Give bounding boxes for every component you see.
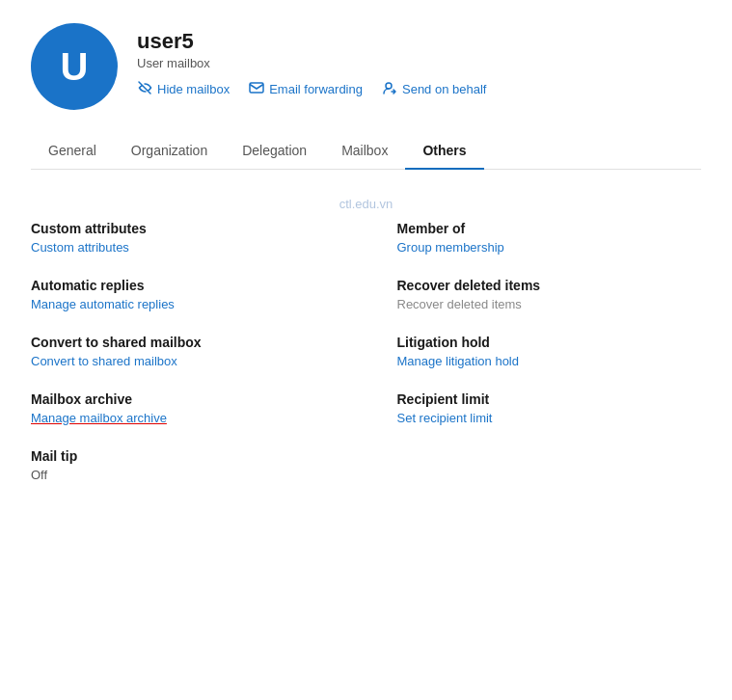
tab-delegation[interactable]: Delegation	[225, 133, 324, 170]
custom-attributes-title: Custom attributes	[31, 221, 366, 236]
convert-shared-title: Convert to shared mailbox	[31, 335, 366, 350]
custom-attributes-link[interactable]: Custom attributes	[31, 240, 366, 255]
recover-deleted-title: Recover deleted items	[397, 278, 702, 293]
content-grid: Custom attributes Custom attributes Memb…	[31, 221, 701, 505]
automatic-replies-cell: Automatic replies Manage automatic repli…	[31, 278, 366, 335]
custom-attributes-cell: Custom attributes Custom attributes	[31, 221, 366, 278]
email-forwarding-action[interactable]: Email forwarding	[249, 80, 363, 98]
svg-point-1	[386, 83, 392, 89]
automatic-replies-title: Automatic replies	[31, 278, 366, 293]
manage-mailbox-archive-link[interactable]: Manage mailbox archive	[31, 411, 366, 425]
hide-mailbox-icon	[137, 80, 152, 98]
mailbox-archive-cell: Mailbox archive Manage mailbox archive	[31, 391, 366, 448]
watermark: ctl.edu.vn	[31, 197, 701, 211]
member-of-title: Member of	[397, 221, 702, 236]
profile-actions: Hide mailbox Email forwarding	[137, 80, 486, 98]
manage-litigation-link[interactable]: Manage litigation hold	[397, 354, 702, 368]
mailbox-archive-title: Mailbox archive	[31, 391, 366, 407]
recover-deleted-cell: Recover deleted items Recover deleted it…	[366, 278, 702, 335]
hide-mailbox-label: Hide mailbox	[157, 82, 230, 96]
recipient-limit-cell: Recipient limit Set recipient limit	[366, 391, 702, 448]
litigation-hold-title: Litigation hold	[397, 335, 702, 350]
tab-others[interactable]: Others	[405, 133, 483, 170]
profile-subtitle: User mailbox	[137, 56, 486, 70]
recipient-limit-title: Recipient limit	[397, 391, 702, 407]
profile-info: user5 User mailbox Hide mailbox Ema	[137, 23, 486, 98]
set-recipient-limit-link[interactable]: Set recipient limit	[397, 411, 702, 425]
email-forwarding-icon	[249, 80, 264, 98]
mail-tip-cell: Mail tip Off	[31, 448, 366, 505]
tab-organization[interactable]: Organization	[114, 133, 225, 170]
profile-name: user5	[137, 29, 486, 54]
litigation-hold-cell: Litigation hold Manage litigation hold	[366, 335, 702, 391]
send-on-behalf-action[interactable]: Send on behalf	[382, 80, 486, 98]
avatar: U	[31, 23, 118, 110]
convert-shared-cell: Convert to shared mailbox Convert to sha…	[31, 335, 366, 391]
send-on-behalf-icon	[382, 80, 397, 98]
tab-mailbox[interactable]: Mailbox	[324, 133, 405, 170]
member-of-cell: Member of Group membership	[366, 221, 702, 278]
group-membership-link[interactable]: Group membership	[397, 240, 702, 255]
recover-deleted-text: Recover deleted items	[397, 297, 702, 311]
email-forwarding-label: Email forwarding	[269, 82, 363, 96]
convert-shared-link[interactable]: Convert to shared mailbox	[31, 354, 366, 368]
svg-rect-0	[250, 83, 263, 93]
profile-section: U user5 User mailbox Hide mailbox	[31, 23, 701, 110]
tab-general[interactable]: General	[31, 133, 114, 170]
mail-tip-value: Off	[31, 468, 366, 482]
manage-automatic-replies-link[interactable]: Manage automatic replies	[31, 297, 366, 311]
tabs-section: General Organization Delegation Mailbox …	[31, 133, 701, 170]
mail-tip-title: Mail tip	[31, 448, 366, 464]
send-on-behalf-label: Send on behalf	[402, 82, 486, 96]
hide-mailbox-action[interactable]: Hide mailbox	[137, 80, 230, 98]
